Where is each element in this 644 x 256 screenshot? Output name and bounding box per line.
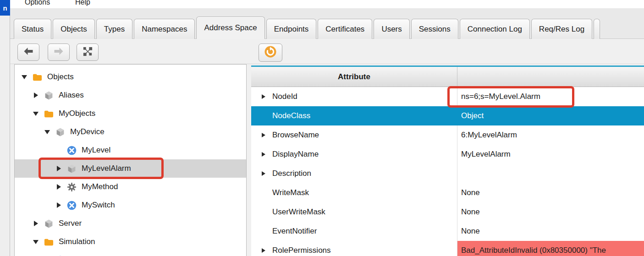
background-window-sliver: n [0,0,10,256]
attr-name: DisplayName [272,150,319,159]
back-button[interactable] [17,44,39,61]
tab-objects[interactable]: Objects [53,19,95,39]
tree-item-mylevel[interactable]: MyLevel [15,141,246,159]
expand-arrow-icon[interactable] [260,171,267,176]
tab-connection-log[interactable]: Connection Log [460,19,530,39]
menu-options[interactable]: Options [25,0,50,6]
attr-name: BrowseName [272,131,319,140]
attr-name: Description [272,169,311,178]
expand-arrow-icon[interactable] [260,94,267,99]
expand-arrow-icon[interactable] [260,248,267,253]
attr-value: Object [461,111,484,120]
attribute-column-header[interactable]: Attribute [251,67,457,87]
expand-arrow-icon[interactable] [55,166,62,171]
tab-req-res-log[interactable]: Req/Res Log [531,19,592,39]
tree-item-mydevice[interactable]: MyDevice [15,123,246,141]
tab-certificates[interactable]: Certificates [318,19,372,39]
tree-item-objects[interactable]: Objects [15,68,246,86]
tree-item-mylevelalarm[interactable]: MyLevelAlarm [15,159,246,178]
attr-name: NodeClass [272,111,310,120]
refresh-button[interactable] [259,44,282,62]
attr-row-displayname[interactable]: DisplayName MyLevelAlarm [251,145,644,164]
attr-value: ns=6;s=MyLevel.Alarm [461,92,540,101]
tree-item-myswitch[interactable]: MySwitch [15,196,246,214]
tree-item-label: MyObjects [59,109,95,118]
variable-icon [67,201,77,210]
attr-row-nodeclass[interactable]: NodeClass Object [251,106,644,125]
object-cube-icon [44,91,54,100]
tree-item-simulation[interactable]: Simulation [15,233,246,251]
expand-arrow-icon[interactable] [55,202,62,208]
attr-value: None [461,227,480,236]
attributes-table-header: Attribute [251,67,644,87]
attr-name: RolePermissions [272,246,331,255]
forward-arrow-icon [53,46,64,59]
expand-arrow-icon[interactable] [33,221,39,226]
folder-icon [44,237,54,247]
attr-value: None [461,188,480,197]
tree-item-label: Objects [47,72,74,82]
folder-icon [33,72,42,82]
collapse-arrow-icon[interactable] [21,75,28,79]
tab-sessions[interactable]: Sessions [411,19,458,39]
attr-value: 6:MyLevelAlarm [461,131,517,140]
attr-row-description[interactable]: Description [251,164,644,183]
attr-row-nodeid[interactable]: NodeId ns=6;s=MyLevel.Alarm [251,87,644,106]
attr-row-userwritemask[interactable]: UserWriteMask None [251,202,644,222]
object-cube-icon [67,164,77,174]
collapse-arrow-icon[interactable] [33,112,39,116]
tab-bar: Status Objects Types Namespaces Address … [10,8,644,39]
expand-arrow-icon[interactable] [55,184,62,190]
tab-types[interactable]: Types [96,19,132,39]
tree-item-aliases[interactable]: Aliases [15,86,246,104]
attr-value-error-cell: Bad_AttributeIdInvalid (0x80350000) "The [457,241,644,256]
tab-strip: Status Objects Types Namespaces Address … [14,16,600,39]
attr-value: MyLevelAlarm [461,150,511,159]
tab-address-space[interactable]: Address Space [196,16,264,39]
attr-row-eventnotifier[interactable]: EventNotifier None [251,222,644,241]
object-cube-icon [55,127,65,137]
variable-icon [67,146,77,155]
tree-item-label: MyLevelAlarm [82,164,131,173]
collapse-arrow-icon[interactable] [44,130,50,134]
object-cube-icon [44,219,54,229]
tab-partial-clipped[interactable] [594,19,600,39]
menu-help[interactable]: Help [75,0,90,6]
forward-button[interactable] [48,44,70,61]
expand-arrow-icon[interactable] [260,133,267,137]
attr-row-rolepermissions[interactable]: RolePermissions Bad_AttributeIdInvalid (… [251,241,644,256]
folder-icon [44,109,54,119]
value-column-header[interactable] [457,67,644,87]
attr-name: EventNotifier [272,227,317,236]
collapse-arrow-icon[interactable] [33,240,39,244]
tree-item-partial-clipped[interactable] [15,251,246,256]
tree-item-myobjects[interactable]: MyObjects [15,104,246,123]
expand-arrow-icon[interactable] [260,152,267,157]
tab-users[interactable]: Users [374,19,409,39]
refresh-icon [264,45,277,60]
method-gear-icon [67,182,77,192]
tab-namespaces[interactable]: Namespaces [134,19,195,39]
expand-arrow-icon[interactable] [33,93,39,98]
attr-name: UserWriteMask [272,207,325,217]
expand-nodes-icon [83,46,93,59]
tree-item-label: Simulation [59,237,95,246]
attr-value: Bad_AttributeIdInvalid (0x80350000) "The [461,246,606,255]
attr-name: NodeId [272,92,297,101]
tree-item-label: MyDevice [70,127,105,136]
attr-name: WriteMask [272,188,309,197]
expand-all-button[interactable] [77,44,99,61]
attr-value: None [461,207,480,217]
tree-item-label: Aliases [59,91,84,100]
app-window: n Options Help Status Objects Types Name… [0,0,644,256]
tree-item-label: MyLevel [82,146,110,155]
tab-endpoints[interactable]: Endpoints [266,19,317,39]
tab-status[interactable]: Status [14,19,51,39]
tree-item-mymethod[interactable]: MyMethod [15,178,246,196]
tree-item-server[interactable]: Server [15,214,246,233]
tree-item-label: MyMethod [82,182,118,191]
attributes-table: Attribute NodeId ns=6;s=MyLevel.Alarm No… [251,65,644,256]
attr-row-browsename[interactable]: BrowseName 6:MyLevelAlarm [251,125,644,145]
attr-row-writemask[interactable]: WriteMask None [251,183,644,202]
address-space-tree: Objects Aliases MyObjects MyDevice [14,64,247,256]
